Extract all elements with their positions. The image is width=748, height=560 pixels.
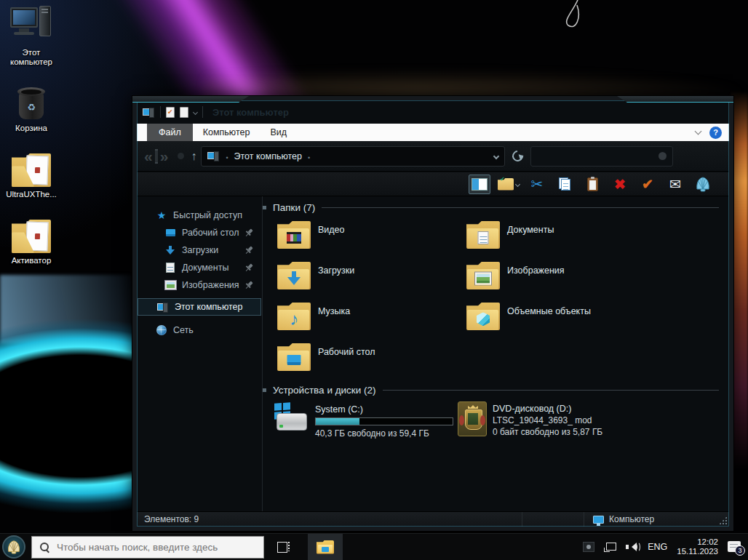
folder-tile-pictures[interactable]: Изображения [466, 262, 650, 300]
search-icon [39, 542, 49, 552]
email-button[interactable] [665, 175, 685, 194]
address-bar[interactable]: Этот компьютер [201, 146, 505, 167]
notification-center-icon[interactable]: 3 [728, 541, 742, 553]
section-expander-icon[interactable] [263, 206, 266, 209]
recycle-bin-icon: ♻ [17, 87, 45, 121]
tab-computer[interactable]: Компьютер [193, 124, 260, 141]
folder-tile-desktop[interactable]: Рабочий стол [277, 343, 461, 381]
this-pc-icon [143, 108, 155, 117]
taskbar-search-input[interactable] [57, 542, 256, 553]
start-button[interactable] [0, 534, 27, 560]
desktop-folder-icon [277, 343, 311, 371]
devices-section-header[interactable]: Устройства и диски (2) [263, 385, 719, 396]
volume-icon[interactable] [626, 542, 638, 552]
items-count: Элементов: 9 [144, 514, 199, 524]
apply-button[interactable] [637, 175, 658, 194]
drive-tile-c[interactable]: System (C:) 40,3 ГБ свободно из 59,4 ГБ [274, 403, 456, 439]
folder-tile-downloads[interactable]: Загрузки [277, 262, 461, 300]
sidebar-item-desktop[interactable]: Рабочий стол [137, 224, 262, 241]
forward-button[interactable]: » [160, 149, 169, 164]
desktop-icon-label: Этот компьютер [1, 48, 61, 67]
delete-button[interactable] [610, 175, 630, 194]
section-expander-icon[interactable] [263, 388, 266, 392]
preview-pane-icon [472, 178, 488, 191]
window-frame-decoration [617, 96, 733, 103]
clock-date: 15.11.2023 [677, 547, 718, 556]
back-button[interactable]: « [144, 149, 153, 164]
tab-file[interactable]: Файл [147, 124, 193, 141]
sidebar-item-network[interactable]: Сеть [137, 321, 262, 339]
drive-tile-dvd[interactable]: DVD-дисковод (D:) LTSC_19044_3693_ mod 0… [458, 401, 683, 438]
search-box[interactable] [530, 146, 673, 167]
language-indicator[interactable]: ENG [648, 542, 667, 552]
3d-objects-folder-icon [466, 303, 500, 330]
sidebar-item-downloads[interactable]: Загрузки [137, 241, 262, 259]
view-label: Компьютер [609, 514, 654, 524]
help-icon[interactable]: ? [709, 127, 722, 139]
search-icon [659, 152, 667, 160]
hidden-icons-button[interactable] [583, 542, 594, 552]
pin-icon [243, 244, 255, 257]
sidebar-item-this-pc[interactable]: Этот компьютер [138, 298, 261, 316]
hard-drive-icon [274, 403, 309, 432]
monitor-icon [593, 516, 604, 524]
desktop-icon-label: UltraUXThe... [1, 190, 61, 199]
documents-folder-icon [466, 221, 500, 249]
documents-icon [166, 263, 175, 273]
pin-icon [243, 227, 255, 239]
resize-grip[interactable] [719, 516, 727, 524]
task-view-button[interactable] [277, 541, 290, 553]
desktop-icon-this-pc[interactable]: Этот компьютер [1, 4, 61, 67]
folder-tile-documents[interactable]: Документы [466, 221, 650, 259]
properties-quick-access-icon[interactable] [166, 107, 175, 118]
folders-section-header[interactable]: Папки (7) [263, 202, 719, 213]
up-button[interactable]: ↑ [191, 150, 196, 163]
desktop-icon-activator[interactable]: Активатор [1, 212, 61, 265]
paste-button[interactable] [582, 175, 602, 194]
star-icon [157, 209, 167, 221]
explorer-search-input[interactable] [531, 151, 659, 161]
copy-button[interactable] [554, 175, 575, 194]
network-tray-icon[interactable] [604, 543, 616, 552]
explorer-icon [317, 540, 334, 554]
desktop-icon [166, 229, 175, 236]
folder-tile-3d-objects[interactable]: Объемные объекты [466, 303, 650, 340]
this-pc-icon [207, 151, 220, 161]
sidebar-item-quick-access[interactable]: Быстрый доступ [137, 207, 262, 224]
tab-view[interactable]: Вид [260, 124, 297, 141]
desktop-icon-recycle-bin[interactable]: ♻ Корзина [1, 80, 61, 133]
clock[interactable]: 12:02 15.11.2023 [677, 537, 718, 556]
copy-icon [559, 177, 570, 191]
folder-tile-video[interactable]: Видео [277, 221, 461, 259]
recent-locations-button[interactable] [178, 153, 184, 159]
address-dropdown-icon[interactable] [493, 153, 499, 159]
ribbon-collapse-icon[interactable] [695, 128, 702, 135]
taskbar: ENG 12:02 15.11.2023 3 [0, 533, 748, 560]
taskbar-explorer-button[interactable] [308, 534, 343, 560]
quick-access-toolbar-chevron-icon[interactable] [193, 109, 198, 114]
sidebar-item-pictures[interactable]: Изображения [137, 276, 262, 294]
sidebar-item-documents[interactable]: Документы [137, 259, 262, 276]
wallpaper-steel-glow [0, 275, 132, 344]
shell-button[interactable] [693, 175, 713, 194]
new-folder-button[interactable] [498, 175, 520, 194]
folder-tile-music[interactable]: Музыка [277, 303, 461, 340]
address-location[interactable]: Этот компьютер [234, 151, 302, 161]
downloads-icon [166, 246, 175, 255]
email-icon [669, 176, 681, 193]
network-icon [156, 325, 167, 335]
cut-button[interactable] [527, 175, 547, 194]
desktop-icon-ultraux[interactable]: UltraUXThe... [1, 146, 61, 199]
refresh-icon[interactable] [510, 148, 525, 164]
pictures-folder-icon [466, 262, 500, 289]
title-bar[interactable]: Этот компьютер [137, 100, 729, 124]
drive-capacity-bar [315, 417, 453, 425]
this-pc-icon [157, 303, 169, 312]
new-folder-quick-access-icon[interactable] [180, 107, 188, 118]
preview-pane-button[interactable] [469, 175, 490, 194]
chevron-down-icon [515, 181, 520, 186]
new-folder-icon [498, 178, 514, 191]
desktop-icon-label: Активатор [1, 256, 61, 265]
pictures-icon [165, 281, 176, 289]
taskbar-search[interactable] [31, 536, 264, 559]
